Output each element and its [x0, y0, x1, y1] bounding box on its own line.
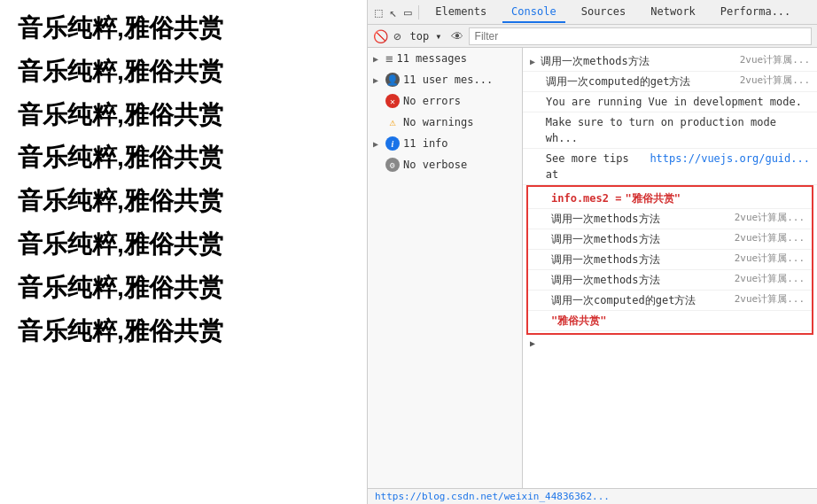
status-url[interactable]: https://blog.csdn.net/weixin_44836362... [375, 491, 610, 502]
console-line: See more tips at https://vuejs.org/guid.… [523, 149, 817, 185]
tab-sources[interactable]: Sources [572, 2, 635, 23]
chinese-text-line: 音乐纯粹,雅俗共赏 [18, 9, 349, 49]
console-line-result: "雅俗共赏" [528, 311, 812, 331]
console-output: ▶ 调用一次methods方法 2vue计算属... 调用一次computed的… [523, 48, 817, 488]
sidebar-item-4[interactable]: ▶i11 info [368, 133, 522, 154]
sidebar-toggle-icon[interactable]: ⬚ [375, 5, 382, 19]
sidebar-icon: i [385, 136, 400, 151]
sidebar-icon: ≡ [385, 51, 393, 66]
chinese-text-line: 音乐纯粹,雅俗共赏 [18, 96, 349, 136]
source-link[interactable]: 2vue计算属... [735, 292, 805, 307]
chinese-text-line: 音乐纯粹,雅俗共赏 [18, 52, 349, 92]
source-link[interactable]: 2vue计算属... [740, 74, 810, 89]
console-toolbar: 🚫 ⊘ top ▾ 👁 [368, 25, 817, 48]
console-text: 调用一次methods方法 [551, 211, 660, 227]
console-line: 调用一次methods方法 2vue计算属... [528, 250, 812, 270]
expand-arrow-icon: ▶ [373, 75, 382, 85]
chinese-text-line: 音乐纯粹,雅俗共赏 [18, 182, 349, 221]
console-text: 调用一次methods方法 [551, 252, 660, 268]
console-line: Make sure to turn on production mode wh.… [523, 112, 817, 149]
expand-arrow-icon: ▶ [373, 139, 382, 149]
tab-performance[interactable]: Performa... [712, 2, 799, 23]
devtools-main: ▶≡11 messages▶👤11 user mes...✕No errors⚠… [368, 48, 817, 488]
expand-arrow[interactable]: ▶ [530, 55, 535, 68]
console-text: 调用一次methods方法 [551, 231, 660, 247]
sidebar-item-label: 11 messages [396, 52, 517, 65]
sidebar-icon: ✕ [385, 94, 400, 108]
sidebar-item-3[interactable]: ⚠No warnings [368, 112, 522, 133]
sidebar-item-label: No verbose [403, 159, 517, 171]
sidebar-item-1[interactable]: ▶👤11 user mes... [368, 69, 522, 90]
chinese-text-line: 音乐纯粹,雅俗共赏 [18, 312, 349, 352]
source-link[interactable]: 2vue计算属... [735, 231, 805, 246]
device-icon[interactable]: ▭ [404, 5, 411, 19]
chinese-text-line: 音乐纯粹,雅俗共赏 [18, 225, 349, 265]
console-text: 调用一次methods方法 [541, 53, 650, 69]
tab-console[interactable]: Console [502, 2, 565, 23]
console-text: Make sure to turn on production mode wh.… [546, 114, 810, 146]
inspect-icon[interactable]: ↖ [389, 5, 396, 19]
sidebar-item-2[interactable]: ✕No errors [368, 90, 522, 112]
devtools-tab-bar: ⬚ ↖ ▭ Elements Console Sources Network P… [368, 0, 817, 25]
chinese-text-line: 音乐纯粹,雅俗共赏 [18, 138, 349, 178]
console-line: 调用一次methods方法 2vue计算属... [528, 229, 812, 250]
console-line: 调用一次methods方法 2vue计算属... [528, 209, 812, 229]
devtools-panel: ⬚ ↖ ▭ Elements Console Sources Network P… [368, 0, 817, 504]
console-text: 调用一次methods方法 [551, 272, 660, 288]
console-text: You are running Vue in development mode. [546, 94, 802, 110]
console-line: 调用一次methods方法 2vue计算属... [528, 270, 812, 291]
tab-elements[interactable]: Elements [426, 2, 495, 23]
sidebar-item-label: No errors [403, 95, 517, 107]
sidebar-item-0[interactable]: ▶≡11 messages [368, 48, 522, 69]
eye-icon[interactable]: 👁 [451, 29, 463, 43]
chinese-text-line: 音乐纯粹,雅俗共赏 [18, 268, 349, 308]
sidebar-icon: ⚙ [385, 158, 400, 172]
console-line-header: info.mes2 = "雅俗共赏" [528, 189, 812, 209]
console-text: See more tips at [546, 151, 647, 182]
console-text: 调用一次computed的get方法 [546, 74, 690, 89]
console-text: 调用一次computed的get方法 [551, 292, 696, 308]
left-panel: 音乐纯粹,雅俗共赏音乐纯粹,雅俗共赏音乐纯粹,雅俗共赏音乐纯粹,雅俗共赏音乐纯粹… [0, 0, 368, 504]
info-value: "雅俗共赏" [625, 190, 680, 206]
source-link[interactable]: 2vue计算属... [735, 272, 805, 287]
sidebar-item-label: No warnings [403, 116, 517, 128]
expand-arrow-icon: ▶ [373, 54, 382, 64]
source-link[interactable]: 2vue计算属... [735, 252, 805, 267]
separator [418, 5, 419, 19]
context-dropdown[interactable]: top ▾ [406, 30, 445, 43]
source-link[interactable]: 2vue计算属... [740, 53, 810, 68]
highlighted-console-block: info.mes2 = "雅俗共赏" 调用一次methods方法 2vue计算属… [526, 185, 813, 335]
source-link[interactable]: 2vue计算属... [735, 211, 805, 226]
tab-network[interactable]: Network [642, 2, 704, 23]
sidebar-item-5[interactable]: ⚙No verbose [368, 154, 522, 175]
block-icon[interactable]: ⊘ [393, 29, 401, 43]
sidebar-item-label: 11 info [403, 137, 517, 150]
filter-input[interactable] [469, 27, 812, 45]
clear-console-icon[interactable]: 🚫 [373, 29, 388, 43]
console-line: 调用一次computed的get方法 2vue计算属... [523, 72, 817, 92]
vue-tips-link[interactable]: https://vuejs.org/guid... [650, 151, 810, 167]
console-line: ▶ 调用一次methods方法 2vue计算属... [523, 51, 817, 72]
sidebar-item-label: 11 user mes... [403, 74, 517, 86]
console-line-vue-info: You are running Vue in development mode. [523, 92, 817, 112]
console-line: 调用一次computed的get方法 2vue计算属... [528, 291, 812, 311]
info-assignment: info.mes2 = [551, 190, 621, 206]
sidebar-icon: ⚠ [385, 115, 400, 129]
status-bar: https://blog.csdn.net/weixin_44836362... [368, 488, 817, 504]
console-sidebar: ▶≡11 messages▶👤11 user mes...✕No errors⚠… [368, 48, 523, 488]
result-value: "雅俗共赏" [551, 313, 606, 329]
console-expand-bottom[interactable]: ▶ [523, 335, 817, 352]
sidebar-icon: 👤 [385, 73, 400, 87]
